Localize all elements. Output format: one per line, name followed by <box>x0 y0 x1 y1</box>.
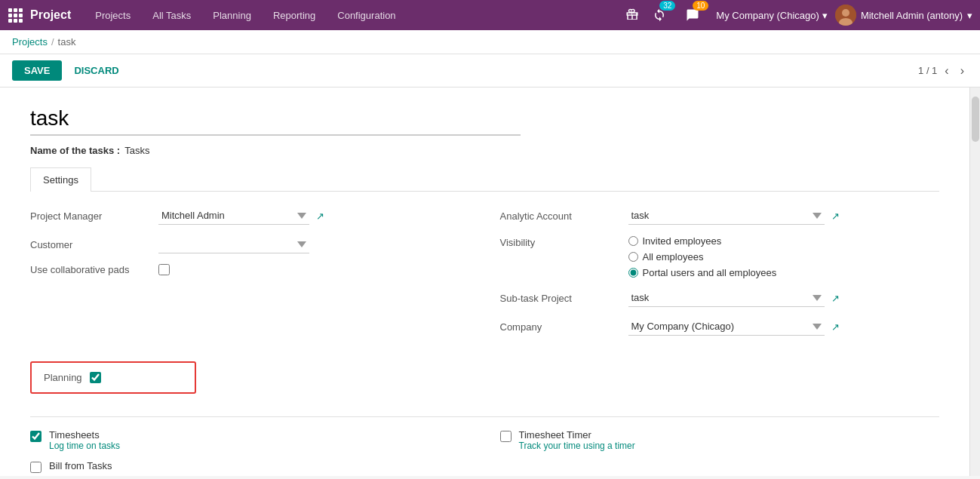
timesheets-desc: Log time on tasks <box>49 441 120 451</box>
feature-bill-from-tasks: Bill from Tasks <box>30 460 470 473</box>
action-bar: SAVE DISCARD 1 / 1 ‹ › <box>0 54 980 88</box>
visibility-invited-radio[interactable] <box>628 236 638 246</box>
feature-timesheets: Timesheets Log time on tasks <box>30 429 470 451</box>
pagination-text: 1 / 1 <box>918 65 937 76</box>
pagination-prev[interactable]: ‹ <box>941 63 952 79</box>
visibility-invited-label: Invited employees <box>643 235 722 247</box>
nav-links: Projects All Tasks Planning Reporting Co… <box>86 4 622 27</box>
visibility-portal-label: Portal users and all employees <box>643 267 777 278</box>
visibility-all[interactable]: All employees <box>628 251 940 263</box>
tab-settings[interactable]: Settings <box>30 167 91 192</box>
company-field: Company My Company (Chicago) ↗ <box>500 318 940 336</box>
customer-input-group <box>158 235 470 253</box>
sync-icon[interactable]: 32 <box>650 5 669 25</box>
scrollbar-track[interactable] <box>969 88 980 476</box>
breadcrumb-separator: / <box>51 36 54 48</box>
planning-checkbox[interactable] <box>90 372 101 383</box>
navbar: Project Projects All Tasks Planning Repo… <box>0 0 980 30</box>
tabs: Settings <box>30 167 939 192</box>
user-selector[interactable]: Mitchell Admin (antony) ▾ <box>835 5 972 26</box>
subtask-project-field: Sub-task Project task ↗ <box>500 289 940 307</box>
collaborative-pads-input-group <box>158 264 470 275</box>
nav-planning[interactable]: Planning <box>204 4 260 27</box>
planning-label: Planning <box>44 372 82 383</box>
app-title: Project <box>30 8 71 22</box>
nav-projects[interactable]: Projects <box>86 4 140 27</box>
timesheet-timer-checkbox[interactable] <box>500 431 512 442</box>
nav-reporting[interactable]: Reporting <box>264 4 324 27</box>
visibility-group: Invited employees All employees Portal u… <box>628 235 940 278</box>
timesheet-timer-desc: Track your time using a timer <box>519 441 635 451</box>
bill-from-tasks-title: Bill from Tasks <box>49 460 112 471</box>
customer-field: Customer <box>30 235 470 253</box>
timesheets-checkbox[interactable] <box>30 431 41 442</box>
svg-rect-1 <box>14 8 17 12</box>
feature-timesheet-timer: Timesheet Timer Track your time using a … <box>500 429 940 451</box>
timesheets-title: Timesheets <box>49 429 120 441</box>
scrollbar-thumb[interactable] <box>972 97 979 142</box>
svg-rect-0 <box>8 8 12 12</box>
name-of-tasks-value: Tasks <box>124 145 149 156</box>
chat-icon[interactable]: 10 <box>683 5 702 25</box>
company-selector[interactable]: My Company (Chicago) ▾ <box>716 10 828 21</box>
svg-rect-7 <box>14 19 17 23</box>
nav-right: 32 10 My Company (Chicago) ▾ Mitchell Ad… <box>622 5 972 26</box>
subtask-project-select[interactable]: task <box>628 289 825 307</box>
company-external-link[interactable]: ↗ <box>831 321 840 333</box>
pagination-next[interactable]: › <box>957 63 968 79</box>
form-section-left: Project Manager Mitchell Admin ↗ Custome… <box>30 207 470 409</box>
svg-rect-8 <box>19 19 23 23</box>
content-area: Name of the tasks : Tasks Settings Proje… <box>0 88 969 476</box>
breadcrumb-projects[interactable]: Projects <box>12 36 48 48</box>
main-content: Name of the tasks : Tasks Settings Proje… <box>0 88 980 476</box>
planning-box: Planning <box>30 361 196 394</box>
project-manager-select[interactable]: Mitchell Admin <box>158 207 309 225</box>
visibility-invited[interactable]: Invited employees <box>628 235 940 247</box>
visibility-all-radio[interactable] <box>628 252 638 262</box>
project-manager-external-link[interactable]: ↗ <box>316 210 324 222</box>
save-button[interactable]: SAVE <box>12 60 62 81</box>
feature-section: Timesheets Log time on tasks Timesheet T… <box>30 416 939 473</box>
collaborative-pads-checkbox[interactable] <box>158 264 170 275</box>
visibility-all-label: All employees <box>643 251 704 263</box>
nav-configuration[interactable]: Configuration <box>328 4 404 27</box>
visibility-portal-radio[interactable] <box>628 268 638 278</box>
discard-button[interactable]: DISCARD <box>68 60 124 81</box>
chat-badge: 10 <box>693 1 708 11</box>
task-title-input[interactable] <box>30 103 521 136</box>
svg-rect-5 <box>19 14 23 17</box>
subtask-project-external-link[interactable]: ↗ <box>831 293 840 304</box>
svg-point-10 <box>842 9 849 17</box>
bill-from-tasks-checkbox[interactable] <box>30 462 41 473</box>
customer-label: Customer <box>30 239 158 250</box>
company-label: Company <box>500 321 628 333</box>
name-of-tasks-row: Name of the tasks : Tasks <box>30 145 939 156</box>
visibility-portal[interactable]: Portal users and all employees <box>628 267 940 278</box>
project-manager-field: Project Manager Mitchell Admin ↗ <box>30 207 470 225</box>
svg-rect-2 <box>19 8 23 12</box>
company-input-group: My Company (Chicago) ↗ <box>628 318 940 336</box>
company-select[interactable]: My Company (Chicago) <box>628 318 825 336</box>
subtask-project-input-group: task ↗ <box>628 289 940 307</box>
form-section-right: Analytic Account task ↗ Visibility <box>500 207 940 409</box>
collaborative-pads-field: Use collaborative pads <box>30 264 470 275</box>
breadcrumb: Projects / task <box>0 30 980 54</box>
analytic-account-select[interactable]: task <box>628 207 825 225</box>
timesheet-timer-title: Timesheet Timer <box>519 429 635 441</box>
customer-select[interactable] <box>158 235 309 253</box>
svg-rect-6 <box>8 19 12 23</box>
visibility-label: Visibility <box>500 235 628 248</box>
project-manager-label: Project Manager <box>30 210 158 222</box>
gift-icon[interactable] <box>622 5 642 25</box>
subtask-project-label: Sub-task Project <box>500 293 628 304</box>
project-manager-input-group: Mitchell Admin ↗ <box>158 207 470 225</box>
apps-icon[interactable] <box>8 8 23 23</box>
svg-rect-4 <box>14 14 17 17</box>
avatar <box>835 5 856 26</box>
action-bar-left: SAVE DISCARD <box>12 60 125 81</box>
svg-rect-3 <box>8 14 12 17</box>
form-grid: Project Manager Mitchell Admin ↗ Custome… <box>30 207 939 409</box>
nav-all-tasks[interactable]: All Tasks <box>143 4 200 27</box>
name-of-tasks-label: Name of the tasks : <box>30 145 120 156</box>
analytic-account-external-link[interactable]: ↗ <box>831 210 840 222</box>
